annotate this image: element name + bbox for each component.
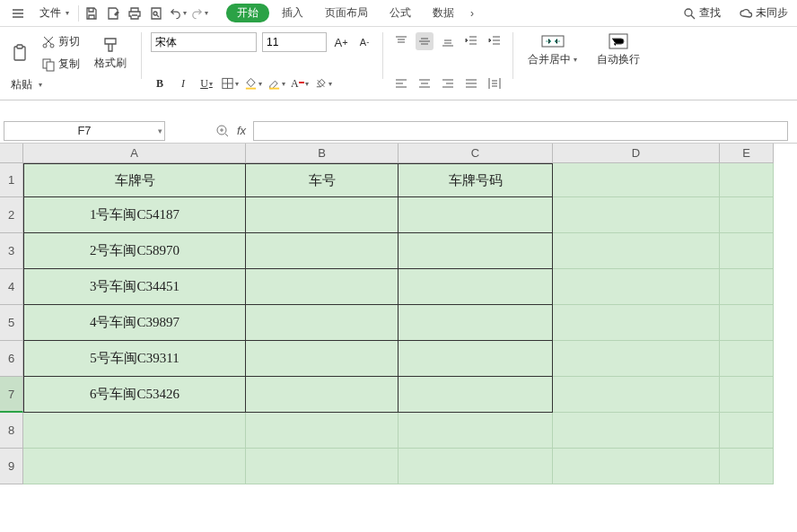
cell[interactable] bbox=[553, 163, 720, 197]
font-size-select[interactable] bbox=[262, 32, 327, 52]
row-header[interactable]: 4 bbox=[0, 269, 23, 305]
underline-button[interactable]: U▾ bbox=[197, 74, 215, 92]
cell[interactable] bbox=[553, 233, 720, 269]
row-header[interactable]: 2 bbox=[0, 197, 23, 233]
copy-button[interactable]: 复制 bbox=[38, 55, 83, 74]
cell[interactable] bbox=[553, 341, 720, 377]
tab-data[interactable]: 数据 bbox=[424, 3, 463, 23]
cell[interactable] bbox=[398, 341, 553, 377]
file-menu[interactable]: 文件 ▾ bbox=[34, 4, 74, 22]
cell[interactable] bbox=[720, 269, 774, 305]
tab-layout[interactable]: 页面布局 bbox=[316, 3, 377, 23]
paste-button[interactable] bbox=[7, 42, 32, 64]
align-top-icon[interactable] bbox=[392, 32, 410, 50]
align-right-icon[interactable] bbox=[439, 74, 457, 92]
cell[interactable] bbox=[23, 413, 246, 449]
merge-center-button[interactable]: 合并居中▾ bbox=[522, 32, 582, 92]
distribute-icon[interactable] bbox=[486, 74, 504, 92]
cell[interactable] bbox=[23, 449, 246, 484]
justify-icon[interactable] bbox=[462, 74, 480, 92]
zoom-icon[interactable] bbox=[215, 124, 230, 138]
cell[interactable] bbox=[720, 163, 774, 197]
cell[interactable] bbox=[398, 305, 553, 341]
cell[interactable] bbox=[553, 269, 720, 305]
row-header[interactable]: 1 bbox=[0, 163, 23, 197]
cell[interactable] bbox=[720, 413, 774, 449]
cell[interactable] bbox=[720, 305, 774, 341]
tab-insert[interactable]: 插入 bbox=[273, 3, 312, 23]
align-middle-icon[interactable] bbox=[416, 32, 434, 50]
save-as-icon[interactable] bbox=[104, 4, 122, 22]
align-bottom-icon[interactable] bbox=[439, 32, 457, 50]
decrease-indent-icon[interactable] bbox=[462, 32, 480, 50]
col-header-E[interactable]: E bbox=[720, 144, 774, 163]
border-button[interactable]: ▾ bbox=[221, 74, 239, 92]
wrap-text-button[interactable]: 自动换行 bbox=[591, 32, 645, 92]
redo-icon[interactable]: ▾ bbox=[190, 4, 208, 22]
row-header[interactable]: 6 bbox=[0, 341, 23, 377]
cell[interactable] bbox=[720, 449, 774, 484]
clear-format-button[interactable]: ▾ bbox=[314, 74, 332, 92]
save-icon[interactable] bbox=[83, 4, 101, 22]
tab-formula[interactable]: 公式 bbox=[381, 3, 420, 23]
cell[interactable]: 4号车闽C39897 bbox=[23, 305, 246, 341]
fill-color-button[interactable]: ▾ bbox=[244, 74, 262, 92]
cell[interactable] bbox=[246, 305, 398, 341]
cell[interactable] bbox=[246, 341, 398, 377]
cell[interactable]: 2号车闽C58970 bbox=[23, 233, 246, 269]
formula-input[interactable] bbox=[253, 121, 788, 141]
row-header[interactable]: 8 bbox=[0, 413, 23, 449]
cell[interactable] bbox=[553, 413, 720, 449]
undo-icon[interactable]: ▾ bbox=[169, 4, 187, 22]
name-box[interactable]: F7 ▾ bbox=[4, 121, 165, 141]
cell[interactable] bbox=[553, 377, 720, 413]
row-header[interactable]: 7 bbox=[0, 377, 23, 413]
row-header[interactable]: 9 bbox=[0, 449, 23, 484]
cell[interactable]: 车牌号码 bbox=[398, 163, 553, 197]
cell[interactable] bbox=[553, 449, 720, 484]
cell[interactable] bbox=[398, 377, 553, 413]
row-header[interactable]: 5 bbox=[0, 305, 23, 341]
col-header-C[interactable]: C bbox=[398, 144, 553, 163]
format-painter-button[interactable]: 格式刷 bbox=[89, 36, 132, 71]
cell[interactable] bbox=[246, 413, 398, 449]
cell[interactable]: 3号车闽C34451 bbox=[23, 269, 246, 305]
cell[interactable]: 1号车闽C54187 bbox=[23, 197, 246, 233]
cell[interactable] bbox=[246, 377, 398, 413]
print-preview-icon[interactable] bbox=[147, 4, 165, 22]
sync-button[interactable]: 未同步 bbox=[735, 4, 792, 22]
cell[interactable] bbox=[398, 197, 553, 233]
tab-more[interactable]: › bbox=[467, 4, 477, 22]
increase-indent-icon[interactable] bbox=[486, 32, 504, 50]
cell[interactable] bbox=[246, 197, 398, 233]
cell[interactable] bbox=[398, 413, 553, 449]
cell[interactable]: 车牌号 bbox=[23, 163, 246, 197]
decrease-font-icon[interactable]: A- bbox=[355, 33, 373, 51]
increase-font-icon[interactable]: A+ bbox=[332, 33, 350, 51]
print-icon[interactable] bbox=[126, 4, 144, 22]
col-header-B[interactable]: B bbox=[246, 144, 398, 163]
cell[interactable]: 车号 bbox=[246, 163, 398, 197]
col-header-D[interactable]: D bbox=[553, 144, 720, 163]
cell[interactable] bbox=[553, 197, 720, 233]
cell[interactable] bbox=[246, 233, 398, 269]
italic-button[interactable]: I bbox=[174, 74, 192, 92]
select-all-corner[interactable] bbox=[0, 144, 23, 163]
cut-button[interactable]: 剪切 bbox=[38, 32, 83, 51]
cell[interactable] bbox=[398, 233, 553, 269]
cell[interactable] bbox=[246, 449, 398, 484]
col-header-A[interactable]: A bbox=[23, 144, 246, 163]
menu-icon[interactable] bbox=[5, 4, 31, 22]
cell[interactable] bbox=[720, 197, 774, 233]
cell[interactable]: 5号车闽C39311 bbox=[23, 341, 246, 377]
cell[interactable] bbox=[246, 269, 398, 305]
highlight-button[interactable]: ▾ bbox=[267, 74, 285, 92]
align-left-icon[interactable] bbox=[392, 74, 410, 92]
cell[interactable] bbox=[720, 377, 774, 413]
cell[interactable] bbox=[553, 305, 720, 341]
font-family-select[interactable] bbox=[151, 32, 257, 52]
cell[interactable] bbox=[398, 269, 553, 305]
font-color-button[interactable]: A▾ bbox=[291, 74, 309, 92]
cell[interactable] bbox=[720, 341, 774, 377]
cell[interactable] bbox=[398, 449, 553, 484]
